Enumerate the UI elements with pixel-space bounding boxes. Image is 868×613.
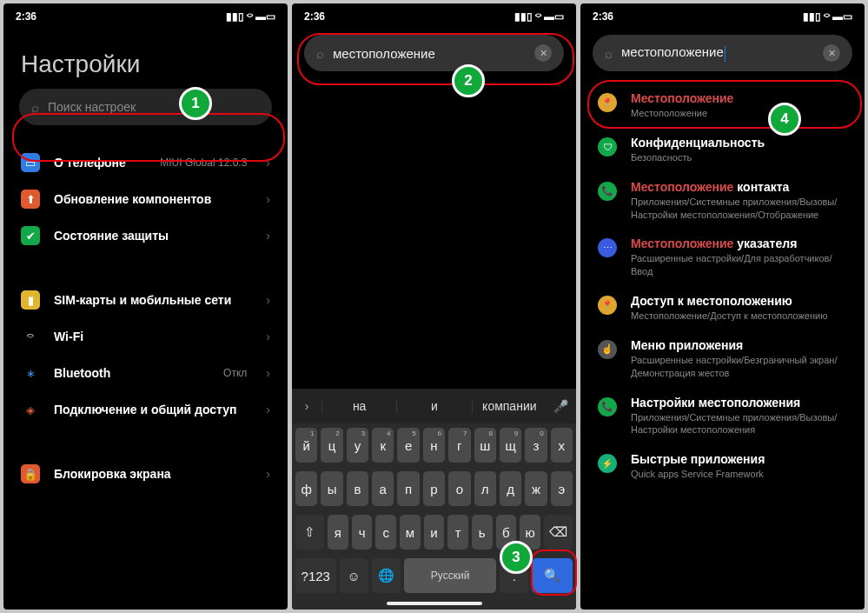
search-icon: ⌕ bbox=[605, 46, 613, 61]
key-letter[interactable]: ф bbox=[295, 471, 317, 506]
settings-item[interactable]: ◈Подключение и общий доступ› bbox=[3, 391, 288, 428]
key-letter[interactable]: ь bbox=[472, 515, 493, 550]
result-item[interactable]: 📍Доступ к местоположениюМестоположение/Д… bbox=[580, 286, 865, 330]
pin-icon: 📍 bbox=[598, 93, 617, 112]
item-label: Bluetooth bbox=[54, 366, 209, 380]
key-letter[interactable]: э bbox=[551, 471, 573, 506]
key-letter[interactable]: и bbox=[424, 515, 445, 550]
item-label: Блокировка экрана bbox=[54, 467, 252, 481]
settings-item[interactable]: ⬆Обновление компонентов› bbox=[3, 181, 288, 217]
chevron-right-icon: › bbox=[266, 192, 270, 206]
signal-icon: ▮▮▯ bbox=[226, 10, 244, 23]
key-globe[interactable]: 🌐 bbox=[372, 558, 401, 593]
key-letter[interactable]: п bbox=[397, 471, 419, 506]
key-letter[interactable]: у3 bbox=[347, 428, 368, 463]
key-space[interactable]: Русский bbox=[404, 558, 496, 593]
key-letter[interactable]: з0 bbox=[525, 428, 547, 463]
result-item[interactable]: 📞Местоположение контактаПриложения/Систе… bbox=[580, 172, 865, 230]
key-letter[interactable]: х bbox=[551, 428, 573, 463]
key-search[interactable]: 🔍 bbox=[532, 558, 573, 593]
key-letter[interactable]: ж bbox=[525, 471, 547, 506]
key-shift[interactable]: ⇧ bbox=[295, 515, 324, 550]
item-value: MIUI Global 12.0.3 bbox=[160, 157, 247, 169]
settings-item[interactable]: ▮SIM-карты и мобильные сети› bbox=[3, 282, 288, 318]
key-letter[interactable]: ы bbox=[321, 471, 342, 506]
status-time: 2:36 bbox=[16, 10, 36, 23]
key-letter[interactable]: о bbox=[448, 471, 470, 506]
key-letter[interactable]: л bbox=[474, 471, 496, 506]
suggestion-3[interactable]: компании bbox=[472, 399, 547, 413]
expand-icon[interactable]: › bbox=[292, 399, 321, 413]
result-path: Приложения/Системные приложения/Вызовы/Н… bbox=[631, 411, 847, 437]
key-numbers[interactable]: ?123 bbox=[295, 558, 336, 593]
key-letter[interactable]: м bbox=[400, 515, 421, 550]
key-letter[interactable]: а bbox=[372, 471, 394, 506]
search-input-active[interactable]: ⌕ местоположение ✕ bbox=[304, 35, 564, 71]
settings-item[interactable]: ✔Состояние защиты› bbox=[3, 217, 288, 254]
result-item[interactable]: 📞Настройки местоположенияПриложения/Сист… bbox=[580, 388, 865, 445]
settings-item[interactable]: ▭О телефонеMIUI Global 12.0.3› bbox=[3, 144, 288, 181]
clear-icon[interactable]: ✕ bbox=[823, 44, 840, 62]
key-letter[interactable]: щ9 bbox=[500, 428, 521, 463]
mic-icon[interactable]: 🎤 bbox=[547, 399, 576, 413]
key-letter[interactable]: я bbox=[328, 515, 348, 550]
settings-item[interactable]: 🔒Блокировка экрана› bbox=[3, 456, 288, 492]
sim-icon: ▮ bbox=[21, 290, 40, 310]
result-path: Приложения/Системные приложения/Вызовы/Н… bbox=[631, 196, 847, 222]
key-backspace[interactable]: ⌫ bbox=[544, 515, 573, 550]
phone-search-keyboard: 2:36 ▮▮▯⌔▬▭ ⌕ местоположение ✕ › на и ко… bbox=[292, 3, 576, 610]
key-letter[interactable]: р bbox=[423, 471, 445, 506]
phone-settings-main: 2:36 ▮▮▯⌔▬▭ Настройки ⌕ Поиск настроек ▭… bbox=[3, 3, 288, 610]
status-time: 2:36 bbox=[593, 10, 613, 23]
result-path: Расширенные настройки/Безграничный экран… bbox=[631, 354, 847, 380]
key-letter[interactable]: т bbox=[447, 515, 468, 550]
dots-icon: ⋯ bbox=[598, 238, 617, 257]
key-letter[interactable]: г7 bbox=[448, 428, 470, 463]
search-input-filled[interactable]: ⌕ местоположение ✕ bbox=[593, 35, 852, 71]
finger-icon: ☝ bbox=[598, 340, 617, 359]
settings-item[interactable]: ⌔Wi-Fi› bbox=[3, 318, 288, 355]
status-time: 2:36 bbox=[304, 10, 325, 23]
status-bar: 2:36 ▮▮▯⌔▬▭ bbox=[3, 3, 288, 26]
item-label: О телефоне bbox=[54, 156, 146, 170]
key-emoji[interactable]: ☺ bbox=[340, 558, 368, 593]
key-letter[interactable]: ш8 bbox=[474, 428, 496, 463]
shield-icon: ✔ bbox=[21, 226, 40, 245]
arrow-up-icon: ⬆ bbox=[21, 190, 40, 209]
key-letter[interactable]: ч bbox=[352, 515, 373, 550]
suggestion-1[interactable]: на bbox=[321, 399, 396, 413]
key-letter[interactable]: н6 bbox=[423, 428, 445, 463]
settings-list: ▭О телефонеMIUI Global 12.0.3›⬆Обновлени… bbox=[3, 144, 288, 492]
key-letter[interactable]: с bbox=[375, 515, 396, 550]
result-title: Доступ к местоположению bbox=[631, 294, 847, 308]
search-settings-input[interactable]: ⌕ Поиск настроек bbox=[19, 89, 272, 125]
keyboard: › на и компании 🎤 й1ц2у3к4е5н6г7ш8щ9з0хф… bbox=[292, 389, 576, 610]
pin2-icon: 📍 bbox=[598, 296, 617, 315]
result-path: Quick apps Service Framework bbox=[631, 468, 847, 481]
key-letter[interactable]: е5 bbox=[397, 428, 419, 463]
item-label: Обновление компонентов bbox=[54, 192, 252, 206]
lock-icon: 🔒 bbox=[21, 464, 40, 483]
result-item[interactable]: ⋯Местоположение указателяРасширенные нас… bbox=[580, 229, 865, 286]
status-indicators: ▮▮▯⌔▬▭ bbox=[226, 10, 275, 23]
status-bar: 2:36 ▮▮▯⌔▬▭ bbox=[580, 3, 865, 26]
result-title: Быстрые приложения bbox=[631, 452, 847, 466]
result-item[interactable]: 🛡КонфиденциальностьБезопасность bbox=[580, 128, 865, 172]
key-letter[interactable]: д bbox=[500, 471, 521, 506]
clear-icon[interactable]: ✕ bbox=[534, 44, 552, 62]
key-letter[interactable]: й1 bbox=[295, 428, 317, 463]
result-item[interactable]: ☝Меню приложенияРасширенные настройки/Бе… bbox=[580, 330, 865, 388]
item-label: Состояние защиты bbox=[54, 229, 252, 243]
status-bar: 2:36 ▮▮▯⌔▬▭ bbox=[292, 3, 576, 26]
key-letter[interactable]: к4 bbox=[372, 428, 394, 463]
result-item[interactable]: 📍МестоположениеМестоположение bbox=[580, 83, 865, 128]
result-path: Безопасность bbox=[631, 151, 847, 164]
phone2-icon: 📞 bbox=[598, 182, 617, 201]
suggestion-2[interactable]: и bbox=[396, 399, 471, 413]
chevron-right-icon: › bbox=[266, 403, 270, 416]
key-letter[interactable]: в bbox=[347, 471, 368, 506]
key-letter[interactable]: ц2 bbox=[321, 428, 342, 463]
share-icon: ◈ bbox=[21, 400, 40, 419]
settings-item[interactable]: ∗BluetoothОткл› bbox=[3, 355, 288, 391]
result-item[interactable]: ⚡Быстрые приложенияQuick apps Service Fr… bbox=[580, 444, 865, 489]
